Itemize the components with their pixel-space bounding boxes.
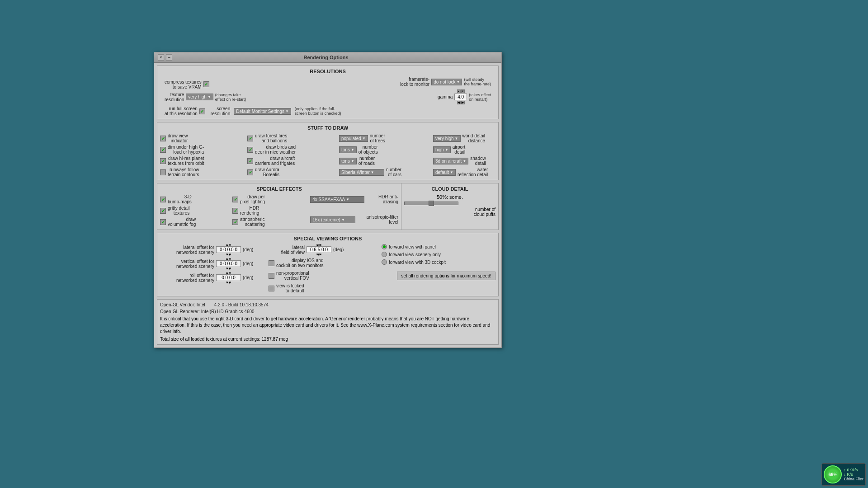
forward-3d-radio[interactable] <box>382 259 387 265</box>
corner-circle: 69% <box>824 465 842 483</box>
roads-label: numberof roads <box>359 156 375 166</box>
lateral-value1[interactable]: 0 0 0.0 0 <box>216 246 241 253</box>
roll-left[interactable]: ◀ <box>226 282 228 283</box>
opengl-info: Open-GL Vendor: Intel 4.2.0 - Build 10.1… <box>160 302 495 307</box>
roads-row: tons ▼ numberof roads <box>339 156 429 166</box>
draw-view-cb[interactable] <box>160 136 166 141</box>
resolutions-title: RESOLUTIONS <box>160 69 495 74</box>
vert-down[interactable]: ▼ <box>229 258 231 260</box>
roll-spinner[interactable]: ▲ ▼ 0 0 0.0 ◀ ▶ <box>216 272 241 283</box>
roll-up[interactable]: ▲ <box>226 272 228 274</box>
gritty-detail-cb[interactable] <box>160 208 166 214</box>
birds-cb[interactable] <box>247 147 253 153</box>
lateral-spinner1[interactable]: ▲ ▼ 0 0 0.0 0 ◀ ▶ <box>216 244 241 255</box>
radio-col: forward view with panel forward view sce… <box>382 244 495 280</box>
airport-detail-dropdown[interactable]: high ▼ <box>433 146 451 153</box>
birds-row: draw birds anddeer in nice weather <box>247 145 335 155</box>
bump-maps-cb[interactable] <box>160 197 166 202</box>
vert-left[interactable]: ◀ <box>226 267 228 269</box>
fov-spinner[interactable]: ▲ ▼ 0 6 5.0 0 ◀ ▶ <box>307 244 331 255</box>
screen-resolution-label: screen resolution <box>211 106 230 116</box>
non-proportional-row: non-proportional vertical FOV <box>269 271 377 281</box>
roll-down[interactable]: ▼ <box>229 272 231 274</box>
display-ios-cb[interactable] <box>269 260 274 266</box>
anti-aliasing-dropdown[interactable]: 4x SSAA+FXAA ▼ <box>310 196 364 203</box>
shadow-dropdown[interactable]: 3d on aircraft ▼ <box>433 158 468 164</box>
hdr-rendering-cb[interactable] <box>232 208 238 214</box>
forest-fires-cb[interactable] <box>247 136 253 141</box>
cloud-slider-thumb[interactable] <box>429 201 434 206</box>
framerate-dropdown[interactable]: do not lock ▼ <box>431 79 462 85</box>
compress-textures-checkbox[interactable] <box>203 81 209 87</box>
hires-planet-cb[interactable] <box>160 158 166 164</box>
fullscreen-label: run full-screen at this resolution <box>165 106 198 116</box>
cars-label: numberof cars <box>386 167 401 177</box>
pixel-lighting-cb[interactable] <box>232 197 238 202</box>
screen-resolution-dropdown[interactable]: Default Monitor Settings ▼ <box>234 108 291 115</box>
water-reflection-dropdown[interactable]: default ▼ <box>433 169 456 176</box>
gritty-detail-label: gritty detailtextures <box>168 206 189 216</box>
fov-left[interactable]: ◀ <box>316 253 319 255</box>
trees-dropdown[interactable]: populated ▼ <box>339 135 368 142</box>
fov-label: lateral field of view <box>269 245 305 255</box>
cars-row: Siberia Winter ▼ numberof cars <box>339 167 429 177</box>
cars-dropdown[interactable]: Siberia Winter ▼ <box>339 169 384 176</box>
dim-under-cb[interactable] <box>160 147 166 153</box>
hdr-rendering-row: HDRrendering <box>232 206 306 216</box>
texture-resolution-dropdown[interactable]: very high ▼ <box>186 94 213 100</box>
vert-up[interactable]: ▲ <box>226 258 228 260</box>
vertical-value[interactable]: 0 0 0.0 0 <box>216 260 241 267</box>
gamma-value: 4.0 <box>454 94 467 100</box>
volumetric-fog-row: drawvolumetric fog <box>160 217 228 227</box>
volumetric-fog-cb[interactable] <box>160 219 166 225</box>
vert-right[interactable]: ▶ <box>229 267 231 269</box>
non-proportional-cb[interactable] <box>269 273 274 279</box>
forward-scenery-radio[interactable] <box>382 252 387 257</box>
gamma-label: gamma <box>438 94 453 99</box>
vertical-spinner[interactable]: ▲ ▼ 0 0 0.0 0 ◀ ▶ <box>216 258 241 269</box>
forward-scenery-label: forward view scenery only <box>389 252 441 257</box>
carriers-cb[interactable] <box>247 158 253 164</box>
roll-value[interactable]: 0 0 0.0 <box>216 274 241 281</box>
stuff-to-draw-section: STUFF TO DRAW draw viewindicator dim und… <box>157 122 499 180</box>
cloud-slider[interactable] <box>404 202 458 205</box>
gamma-up-arrow[interactable]: ▲ <box>457 89 461 93</box>
world-detail-dropdown[interactable]: very high ▼ <box>433 135 461 142</box>
view-locked-cb[interactable] <box>269 286 274 291</box>
fov-down[interactable]: ▼ <box>319 244 321 246</box>
fov-up[interactable]: ▲ <box>316 244 319 246</box>
gamma-right[interactable]: ▶ <box>461 101 465 104</box>
deg3: (deg) <box>243 261 253 266</box>
gamma-left[interactable]: ◀ <box>457 101 461 104</box>
gamma-spinner[interactable]: ▲ ▼ 4.0 ◀ ▶ <box>454 89 467 104</box>
runways-cb[interactable] <box>160 169 166 175</box>
roads-dropdown[interactable]: tons ▼ <box>339 158 357 164</box>
cloud-title: CLOUD DETAIL <box>404 186 495 192</box>
minimize-button[interactable]: – <box>166 54 172 61</box>
aurora-label: draw AuroraBorealis <box>255 167 279 177</box>
gamma-down-arrow[interactable]: ▼ <box>461 89 465 93</box>
viewing-options-section: SPECIAL VIEWING OPTIONS lateral offset f… <box>157 233 499 296</box>
atmospheric-cb[interactable] <box>232 219 238 225</box>
lat1-down[interactable]: ▼ <box>229 244 231 246</box>
set-max-speed-button[interactable]: set all rendering options for maximum sp… <box>397 272 495 280</box>
forward-panel-label: forward view with panel <box>389 244 436 249</box>
anisotropic-dropdown[interactable]: 16x (extreme) ▼ <box>310 216 355 223</box>
water-dd-arrow: ▼ <box>450 170 453 174</box>
forward-panel-radio[interactable] <box>382 244 387 249</box>
lat1-right[interactable]: ▶ <box>229 253 231 255</box>
fullscreen-checkbox[interactable] <box>199 108 205 114</box>
fov-right[interactable]: ▶ <box>319 253 321 255</box>
opengl-vendor-value: Intel <box>197 302 205 307</box>
aurora-cb[interactable] <box>247 169 253 175</box>
viewing-title: SPECIAL VIEWING OPTIONS <box>160 236 495 241</box>
lat1-left[interactable]: ◀ <box>226 253 228 255</box>
roll-right[interactable]: ▶ <box>229 282 231 283</box>
lat1-up[interactable]: ▲ <box>226 244 228 246</box>
lateral-offset-label: lateral offset for networked scenery <box>160 245 214 255</box>
close-button[interactable]: × <box>158 54 164 61</box>
objects-dropdown[interactable]: tons ▼ <box>339 146 357 153</box>
cloud-puffs-label: number of cloud puffs <box>404 207 495 217</box>
corner-widget: 69% ↑ 0.9k/s ↓ K/s China Flier <box>821 463 866 486</box>
fov-value[interactable]: 0 6 5.0 0 <box>307 246 331 253</box>
